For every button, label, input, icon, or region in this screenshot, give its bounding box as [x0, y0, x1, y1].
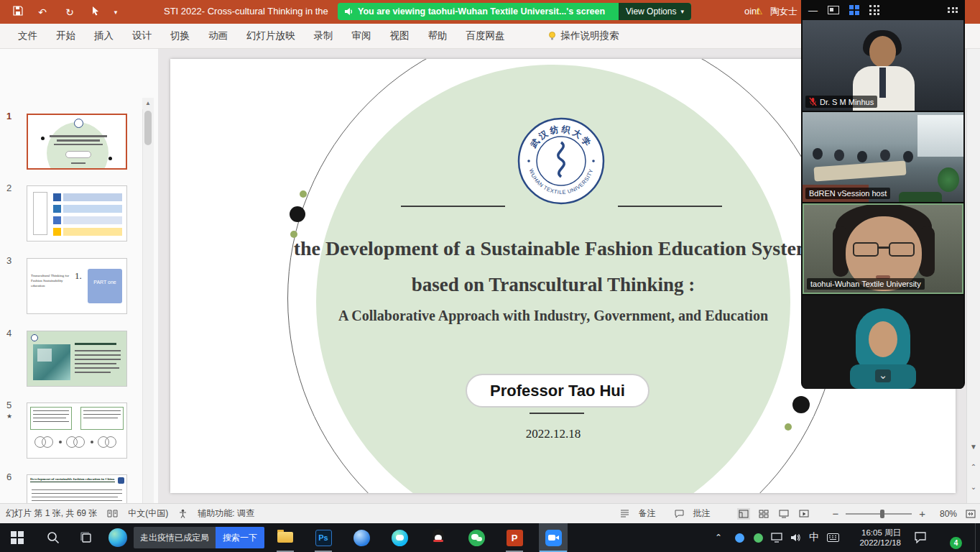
language-indicator[interactable]: 中文(中国) — [128, 507, 168, 520]
file-explorer-icon[interactable] — [271, 523, 300, 552]
start-button[interactable] — [3, 523, 32, 552]
wuhan-textile-university-logo[interactable]: 武汉纺织大学 WUHAN TEXTILE UNIVERSITY — [517, 116, 606, 206]
warning-icon[interactable]: ⚠ — [754, 6, 763, 17]
account-user-badge[interactable]: 陶女士 — [770, 6, 798, 18]
browser-sphere-icon[interactable] — [347, 523, 376, 552]
cursor-mode-icon[interactable] — [89, 6, 102, 19]
tray-clock[interactable]: 16:05 周日 2022/12/18 — [843, 528, 901, 548]
proofing-icon[interactable] — [107, 509, 118, 518]
mini-title-text: Transcultural Thinking for Fashion Susta… — [31, 273, 71, 288]
thumbnail-scrollbar-track[interactable] — [142, 98, 154, 503]
reading-view-icon[interactable] — [777, 508, 790, 520]
tab-animations[interactable]: 动画 — [199, 24, 237, 48]
undo-icon[interactable]: ↶ — [36, 6, 49, 19]
mini-dot — [91, 441, 93, 443]
slide-thumbnail-5[interactable] — [27, 402, 127, 459]
zoom-level[interactable]: 80% — [933, 509, 957, 519]
slide-date[interactable]: 2022.12.18 — [170, 427, 936, 441]
participant-video-3-active[interactable]: taohui-Wuhan Textile University — [803, 203, 963, 294]
qq-icon[interactable] — [424, 523, 453, 552]
show-desktop-button[interactable] — [975, 523, 980, 552]
tray-keyboard-icon[interactable] — [823, 523, 842, 552]
window-title: STI 2022- Cross-cultural Thinking in the — [164, 6, 338, 17]
tray-ime-indicator[interactable]: 中 — [805, 523, 823, 552]
zoom-slider[interactable] — [846, 508, 912, 520]
slide-thumbnail-6[interactable]: Development of sustainable fashion educa… — [27, 474, 127, 503]
slide-sorter-view-icon[interactable] — [757, 508, 770, 520]
powerpoint-icon[interactable]: P — [500, 523, 529, 552]
previous-slide-icon[interactable]: ⌃ — [969, 460, 979, 474]
tab-record[interactable]: 录制 — [305, 24, 343, 48]
slide-thumbnail-2[interactable] — [27, 185, 127, 242]
view-options-button[interactable]: View Options ▾ — [619, 3, 691, 20]
thumbnail-scrollbar-thumb[interactable] — [144, 111, 152, 145]
grid-view-icon[interactable] — [869, 5, 879, 15]
search-icon[interactable] — [39, 523, 68, 552]
tab-baidu-netdisk[interactable]: 百度网盘 — [457, 24, 514, 48]
slide-thumbnail-4[interactable] — [27, 331, 127, 387]
redo-icon[interactable]: ↻ — [63, 6, 76, 19]
tab-transitions[interactable]: 切换 — [161, 24, 199, 48]
collapse-strip-chevron-icon[interactable]: ⌄ — [875, 369, 891, 382]
notification-count-badge[interactable]: 4 — [950, 537, 962, 549]
mini-text-line — [33, 421, 69, 422]
tab-insert[interactable]: 插入 — [85, 24, 123, 48]
scroll-down-icon[interactable]: ▼ — [969, 440, 979, 454]
tray-icon-green[interactable] — [749, 523, 767, 552]
task-view-icon[interactable] — [72, 523, 101, 552]
participant-name-label: taohui-Wuhan Textile University — [807, 278, 925, 290]
zoom-participants-panel: — Dr. S M Minhus — [801, 0, 965, 389]
notes-toggle[interactable]: 备注 — [638, 507, 655, 520]
tab-home[interactable]: 开始 — [47, 24, 85, 48]
mini-big-number: 1. — [75, 270, 82, 282]
slide-star-marker: ★ — [6, 413, 12, 420]
fit-slide-to-window-icon[interactable] — [964, 508, 977, 520]
drag-handle-icon[interactable] — [948, 7, 958, 14]
mini-logo — [74, 119, 83, 128]
participant-name: taohui-Wuhan Textile University — [810, 280, 921, 288]
tab-design[interactable]: 设计 — [123, 24, 161, 48]
next-slide-icon[interactable]: ⌄ — [969, 480, 979, 494]
tab-slideshow[interactable]: 幻灯片放映 — [237, 24, 305, 48]
tray-hidden-icons-chevron[interactable]: ⌃ — [708, 523, 729, 552]
qat-customize-icon[interactable]: ▾ — [109, 6, 122, 19]
thumbnail-scroll-up-icon[interactable]: ▲ — [142, 98, 154, 109]
comments-icon — [672, 508, 685, 520]
zoom-slider-thumb[interactable] — [880, 510, 884, 518]
tab-file[interactable]: 文件 — [9, 24, 47, 48]
search-go-button[interactable]: 搜索一下 — [216, 527, 264, 548]
action-center-icon[interactable] — [910, 523, 931, 552]
save-icon[interactable] — [11, 6, 24, 19]
participant-video-2[interactable]: BdREN vSession host — [803, 112, 963, 202]
tab-review[interactable]: 审阅 — [343, 24, 381, 48]
zoom-in-icon[interactable]: + — [919, 507, 925, 520]
comments-toggle[interactable]: 批注 — [693, 507, 710, 520]
participant-video-1[interactable]: Dr. S M Minhus — [803, 20, 963, 111]
normal-view-icon[interactable] — [737, 508, 750, 520]
tray-volume-icon[interactable] — [786, 523, 805, 552]
slide-thumbnail-3[interactable]: Transcultural Thinking for Fashion Susta… — [27, 258, 127, 314]
gallery-view-icon[interactable] — [849, 5, 859, 15]
slide-scrollbar[interactable]: ▼ ⌃ ⌄ — [966, 49, 980, 503]
photoshop-icon[interactable]: Ps — [309, 523, 338, 552]
tray-display-icon[interactable] — [767, 523, 786, 552]
accessibility-status[interactable]: 辅助功能: 调查 — [198, 507, 254, 520]
tab-view[interactable]: 视图 — [381, 24, 419, 48]
presenter-name-box[interactable]: Professor Tao Hui — [466, 374, 650, 408]
tray-icon-blue[interactable] — [730, 523, 749, 552]
mic-muted-icon — [809, 97, 817, 106]
zoom-out-icon[interactable]: − — [832, 507, 838, 520]
tell-me-search[interactable]: 操作说明搜索 — [547, 29, 619, 42]
wechat-icon[interactable] — [462, 523, 491, 552]
mini-presenter-pill — [65, 151, 91, 158]
taskbar-search-box[interactable]: 走出疫情已成定局 搜索一下 — [134, 527, 264, 548]
slide-thumbnail-1[interactable] — [27, 114, 127, 170]
mini-text-line — [75, 367, 119, 369]
speaker-view-icon[interactable] — [828, 6, 839, 14]
edge-browser-icon[interactable] — [103, 523, 132, 552]
minimize-icon[interactable]: — — [808, 5, 818, 16]
tab-help[interactable]: 帮助 — [419, 24, 457, 48]
zoom-app-icon[interactable] — [539, 523, 568, 552]
slideshow-view-icon[interactable] — [798, 508, 810, 520]
messenger-icon[interactable] — [385, 523, 414, 552]
